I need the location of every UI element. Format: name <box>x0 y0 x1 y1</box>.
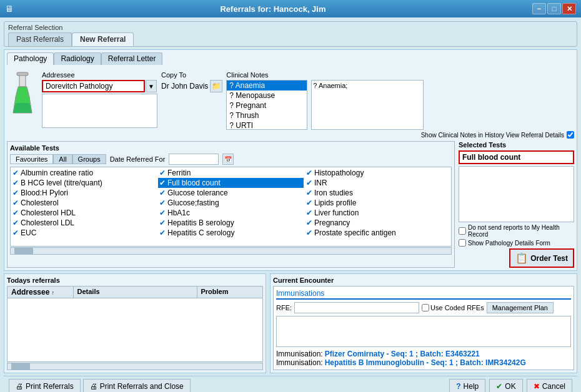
app-icon: 🖥 <box>5 4 14 14</box>
cn-item-anaemia[interactable]: ? Anaemia <box>227 81 307 91</box>
ok-icon: ✔ <box>496 382 502 391</box>
order-test-button[interactable]: 📋 Order Test <box>509 248 574 268</box>
test-blood-hpylori[interactable]: ✔Blood:H Pylori <box>11 188 157 198</box>
current-encounter-panel: Current Encounter Immunisations RFE: Use… <box>270 273 577 373</box>
tests-section: Available Tests Favourites All Groups Da… <box>7 141 574 268</box>
order-btn-label: Order Test <box>530 254 568 263</box>
cancel-button[interactable]: ✖ Cancel <box>527 379 572 392</box>
ok-label: OK <box>505 382 515 391</box>
imm-line-1: Immunisation: Pfizer Comirnaty - Seq: 1 … <box>276 350 571 358</box>
print-referrals-button[interactable]: 🖨 Print Referrals <box>9 379 81 392</box>
cn-item-thrush[interactable]: ? Thrush <box>227 110 307 120</box>
test-inr[interactable]: ✔INR <box>305 178 450 188</box>
test-lipids[interactable]: ✔Lipids profile <box>305 198 450 208</box>
test-euc[interactable]: ✔EUC <box>11 228 157 238</box>
do-not-send-checkbox[interactable] <box>459 227 466 235</box>
test-hep-b[interactable]: ✔Hepatitis B serology <box>158 218 304 228</box>
check-icon: ✔ <box>306 208 312 217</box>
test-liver[interactable]: ✔Liver function <box>305 208 450 218</box>
cancel-label: Cancel <box>542 382 565 391</box>
test-ferritin[interactable]: ✔Ferritin <box>158 168 304 178</box>
show-notes-checkbox[interactable] <box>567 131 574 139</box>
check-icon: ✔ <box>306 198 312 207</box>
test-glucose-fast[interactable]: ✔Glucose;fasting <box>158 198 304 208</box>
order-btn-row: 📋 Order Test <box>459 248 574 268</box>
help-button[interactable]: ? Help <box>449 379 485 392</box>
test-psa[interactable]: ✔Prostate specific antigen <box>305 228 450 238</box>
test-cholesterol[interactable]: ✔Cholesterol <box>11 198 157 208</box>
addressee-dropdown-btn[interactable]: ▼ <box>146 80 157 92</box>
use-coded-label: Use Coded RFEs <box>430 304 484 311</box>
addressee-block: Addressee ▼ <box>42 71 157 128</box>
copy-to-browse-btn[interactable]: 📁 <box>210 80 222 92</box>
tab-pathology[interactable]: Pathology <box>7 52 54 65</box>
scroll-thumb <box>14 248 33 254</box>
referral-body: Pathology Radiology Referral Letter Addr… <box>4 49 577 271</box>
show-pathology-row: Show Pathology Details Form <box>459 239 574 247</box>
date-referred-input[interactable] <box>169 154 219 165</box>
clinical-notes-block: Clinical Notes ? Anaemia ? Menopause ? P… <box>226 71 574 139</box>
print-referrals-close-button[interactable]: 🖨 Print Referrals and Close <box>83 379 191 392</box>
address-area[interactable] <box>42 94 157 128</box>
tests-tabs: Favourites All Groups <box>10 154 106 164</box>
test-hep-c[interactable]: ✔Hepatitis C serology <box>158 228 304 238</box>
todays-referrals-panel: Todays referrals Addressee ↑ Details Pro… <box>4 273 266 373</box>
show-pathology-checkbox[interactable] <box>459 239 466 247</box>
do-not-send-label: Do not send reports to My Health Record <box>468 224 574 238</box>
sub-tabs: Pathology Radiology Referral Letter <box>7 52 574 65</box>
clinical-notes-list[interactable]: ? Anaemia ? Menopause ? Pregnant ? Thrus… <box>226 80 307 130</box>
minimize-button[interactable]: − <box>532 3 546 14</box>
test-albumin[interactable]: ✔Albumin creatine ratio <box>11 168 157 178</box>
cancel-icon: ✖ <box>534 382 540 391</box>
test-hba1c[interactable]: ✔HbA1c <box>158 208 304 218</box>
close-button[interactable]: ✕ <box>562 3 576 14</box>
test-glucose-tol[interactable]: ✔Glucose tolerance <box>158 188 304 198</box>
encounter-textarea[interactable] <box>276 316 571 347</box>
todays-scrollbar[interactable] <box>7 363 263 370</box>
tab-groups[interactable]: Groups <box>72 154 106 164</box>
management-plan-button[interactable]: Management Plan <box>487 302 554 313</box>
bottom-bar: 🖨 Print Referrals 🖨 Print Referrals and … <box>4 376 577 392</box>
check-icon: ✔ <box>159 208 166 217</box>
bottom-options: Do not send reports to My Health Record … <box>459 224 574 247</box>
use-coded-checkbox[interactable] <box>422 304 429 311</box>
test-cholesterol-ldl[interactable]: ✔Cholesterol LDL <box>11 218 157 228</box>
clinical-notes-content: ? Anaemia ? Menopause ? Pregnant ? Thrus… <box>226 80 574 130</box>
test-pregnancy[interactable]: ✔Pregnancy <box>305 218 450 228</box>
check-icon: ✔ <box>159 189 166 197</box>
check-icon: ✔ <box>306 169 312 177</box>
calendar-btn[interactable]: 📅 <box>222 154 234 165</box>
h-scrollbar[interactable] <box>10 247 452 255</box>
maximize-button[interactable]: □ <box>547 3 561 14</box>
tab-favourites[interactable]: Favourites <box>10 154 53 164</box>
tab-referral-letter[interactable]: Referral Letter <box>101 52 163 65</box>
tab-all[interactable]: All <box>53 154 72 164</box>
cn-item-menopause[interactable]: ? Menopause <box>227 91 307 100</box>
ok-button[interactable]: ✔ OK <box>489 379 522 392</box>
check-icon: ✔ <box>159 169 166 177</box>
encounter-label: Current Encounter <box>273 277 574 284</box>
test-bhcg[interactable]: ✔B HCG level (titre/quant) <box>11 178 157 188</box>
cn-item-pregnant[interactable]: ? Pregnant <box>227 100 307 110</box>
selected-tests-list[interactable] <box>459 166 574 222</box>
cn-item-urti[interactable]: ? URTI <box>227 120 307 130</box>
clinical-notes-textarea[interactable]: ? Anaemia; <box>311 80 424 130</box>
col-details: Details <box>74 287 197 298</box>
tab-past-referrals[interactable]: Past Referrals <box>8 32 72 46</box>
test-histopath[interactable]: ✔Histopathology <box>305 168 450 178</box>
check-icon: ✔ <box>306 218 312 227</box>
check-icon: ✔ <box>12 169 19 177</box>
test-iron[interactable]: ✔Iron studies <box>305 188 450 198</box>
rfe-input[interactable] <box>294 302 419 313</box>
svg-rect-3 <box>17 72 28 76</box>
test-fbc[interactable]: ✔Full blood count <box>158 178 304 188</box>
check-icon: ✔ <box>159 198 166 207</box>
tab-radiology[interactable]: Radiology <box>54 52 101 65</box>
immunisations-tab[interactable]: Immunisations <box>276 289 571 300</box>
referral-selection-label: Referral Selection <box>8 24 573 31</box>
addressee-input[interactable] <box>42 80 145 92</box>
copy-to-row: Dr John Davis 📁 <box>161 80 222 92</box>
tab-new-referral[interactable]: New Referral <box>72 32 134 46</box>
test-cholesterol-hdl[interactable]: ✔Cholesterol HDL <box>11 208 157 218</box>
window-title: Referrals for: Hancock, Jim <box>14 4 532 14</box>
